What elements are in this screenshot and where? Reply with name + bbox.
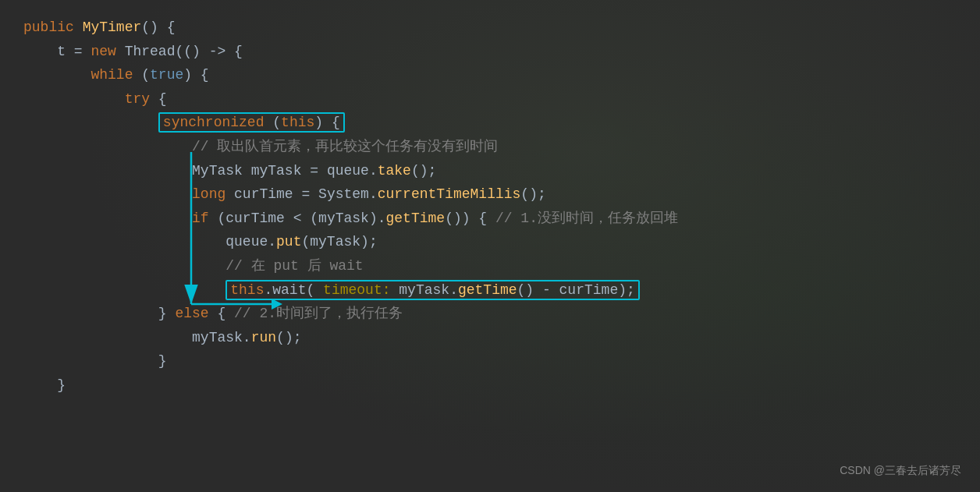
code-line-11: // 在 put 后 wait xyxy=(23,254,957,278)
code-line-14: myTask.run(); xyxy=(23,326,957,350)
code-line-9: if (curTime < (myTask).getTime()) { // 1… xyxy=(23,207,957,231)
code-line-3: while (true) { xyxy=(23,63,957,87)
keyword-public: public xyxy=(23,19,83,35)
highlight-synchronized: synchronized (this) { xyxy=(158,112,345,133)
code-line-6: // 取出队首元素，再比较这个任务有没有到时间 xyxy=(23,135,957,159)
code-line-12: this.wait( timeout: myTask.getTime() - c… xyxy=(23,278,957,303)
code-line-16: } xyxy=(23,373,957,398)
watermark: CSDN @三春去后诸芳尽 xyxy=(840,464,961,478)
code-editor: public MyTimer() { t = new Thread(() -> … xyxy=(23,16,957,398)
method-name: MyTimer xyxy=(83,19,142,35)
code-line-13: } else { // 2.时间到了，执行任务 xyxy=(23,302,957,326)
highlight-wait: this.wait( timeout: myTask.getTime() - c… xyxy=(225,280,640,300)
code-container: public MyTimer() { t = new Thread(() -> … xyxy=(0,0,980,492)
code-line-7: MyTask myTask = queue.take(); xyxy=(23,159,957,183)
code-line-10: queue.put(myTask); xyxy=(23,230,957,254)
code-line-4: try { xyxy=(23,87,957,111)
code-line-15: } xyxy=(23,349,957,373)
code-line-8: long curTime = System.currentTimeMillis(… xyxy=(23,182,957,207)
code-line-1: public MyTimer() { xyxy=(23,16,957,40)
code-line-5: synchronized (this) { xyxy=(23,111,957,135)
code-line-2: t = new Thread(() -> { xyxy=(23,40,957,64)
